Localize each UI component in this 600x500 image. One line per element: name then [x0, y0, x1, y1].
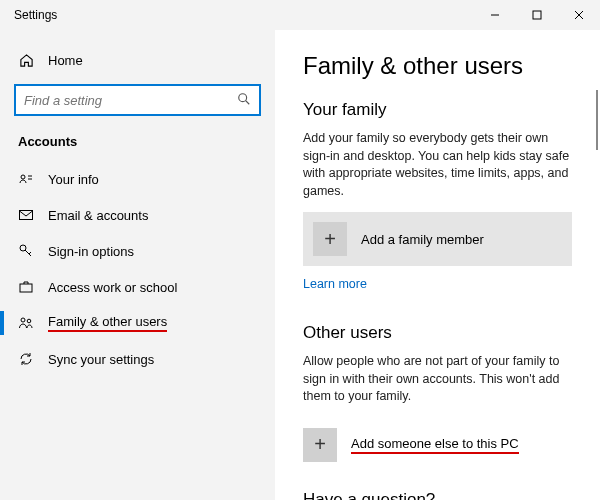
- plus-icon: +: [313, 222, 347, 256]
- svg-rect-9: [20, 211, 33, 220]
- svg-line-12: [29, 252, 31, 254]
- nav-home[interactable]: Home: [0, 42, 275, 78]
- search-input[interactable]: [14, 84, 261, 116]
- have-question-heading: Have a question?: [303, 490, 572, 501]
- content-pane: Family & other users Your family Add you…: [275, 30, 600, 500]
- sidebar: Home Accounts Your info Email & accounts: [0, 30, 275, 500]
- svg-point-4: [239, 93, 247, 101]
- nav-label: Sync your settings: [48, 352, 154, 367]
- other-users-desc: Allow people who are not part of your fa…: [303, 353, 572, 406]
- add-other-label: Add someone else to this PC: [351, 436, 519, 454]
- nav-label: Family & other users: [48, 314, 167, 332]
- family-heading: Your family: [303, 100, 572, 120]
- titlebar: Settings: [0, 0, 600, 30]
- people-icon: [18, 315, 34, 331]
- minimize-button[interactable]: [474, 0, 516, 30]
- briefcase-icon: [18, 279, 34, 295]
- window-title: Settings: [14, 8, 57, 22]
- nav-email-accounts[interactable]: Email & accounts: [0, 197, 275, 233]
- svg-rect-13: [20, 284, 32, 292]
- sync-icon: [18, 351, 34, 367]
- learn-more-link[interactable]: Learn more: [303, 277, 367, 291]
- nav-label: Email & accounts: [48, 208, 148, 223]
- svg-point-15: [27, 319, 31, 323]
- svg-point-14: [21, 318, 25, 322]
- home-icon: [18, 53, 34, 68]
- mail-icon: [18, 207, 34, 223]
- nav-label: Access work or school: [48, 280, 177, 295]
- key-icon: [18, 243, 34, 259]
- page-title: Family & other users: [303, 52, 572, 80]
- search-field[interactable]: [24, 93, 237, 108]
- nav-label: Sign-in options: [48, 244, 134, 259]
- maximize-button[interactable]: [516, 0, 558, 30]
- nav-access-work-school[interactable]: Access work or school: [0, 269, 275, 305]
- close-button[interactable]: [558, 0, 600, 30]
- plus-icon: +: [303, 428, 337, 462]
- search-icon: [237, 92, 251, 109]
- add-family-member-button[interactable]: + Add a family member: [303, 212, 572, 266]
- nav-family-other-users[interactable]: Family & other users: [0, 305, 275, 341]
- svg-rect-1: [533, 11, 541, 19]
- person-card-icon: [18, 171, 34, 187]
- family-desc: Add your family so everybody gets their …: [303, 130, 572, 200]
- other-users-heading: Other users: [303, 323, 572, 343]
- nav-your-info[interactable]: Your info: [0, 161, 275, 197]
- svg-point-6: [21, 175, 25, 179]
- scrollbar[interactable]: [596, 90, 598, 150]
- sidebar-section-header: Accounts: [0, 126, 275, 161]
- add-family-label: Add a family member: [361, 232, 484, 247]
- nav-label: Your info: [48, 172, 99, 187]
- nav-home-label: Home: [48, 53, 83, 68]
- nav-sync-settings[interactable]: Sync your settings: [0, 341, 275, 377]
- svg-line-5: [246, 100, 250, 104]
- add-other-user-button[interactable]: + Add someone else to this PC: [303, 418, 572, 472]
- nav-signin-options[interactable]: Sign-in options: [0, 233, 275, 269]
- window-controls: [474, 0, 600, 30]
